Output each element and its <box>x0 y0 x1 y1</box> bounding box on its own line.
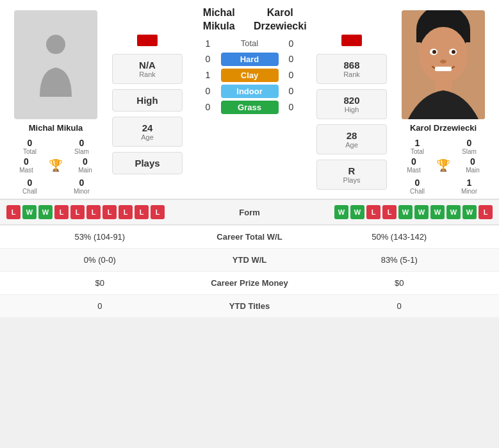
prize-p1: $0 <box>0 272 200 295</box>
grass-badge: Grass <box>221 101 279 114</box>
form-badge-p1: W <box>38 205 53 219</box>
form-badge-p1: L <box>6 205 20 219</box>
player2-total-val: 1 <box>415 138 420 148</box>
career-wl-row: 53% (104-91) Career Total W/L 50% (143-1… <box>0 226 499 249</box>
career-wl-p2: 50% (143-142) <box>299 226 499 249</box>
player2-bottom-stats: 0 Chall 1 Minor <box>394 178 493 195</box>
hard-p2: 0 <box>279 54 304 64</box>
prize-label: Career Prize Money <box>200 272 300 295</box>
form-badge-p2: W <box>350 205 364 219</box>
player2-trophy-row: 0 Mast 🏆 0 Main <box>394 156 493 174</box>
form-badge-p1: W <box>22 205 37 219</box>
form-row: LWWLLLLLLL Form WWLLWWWWWL <box>0 200 499 225</box>
form-badge-p1: L <box>102 205 117 219</box>
player1-slam-lbl: Slam <box>74 148 89 155</box>
player1-trophy-icon: 🏆 <box>49 158 63 172</box>
player2-age-lbl: Age <box>326 141 377 149</box>
player1-age-lbl: Age <box>122 133 173 141</box>
player1-chall-item: 0 Chall <box>6 178 53 195</box>
court-row-hard: 0 Hard 0 <box>188 53 311 66</box>
ytd-titles-label: YTD Titles <box>200 295 300 318</box>
player2-mast-lbl: Mast <box>407 167 421 174</box>
player1-section: Michal Mikula 0 Total 0 Slam 0 Mast 🏆 <box>0 0 109 199</box>
player1-total-val: 0 <box>28 138 33 148</box>
player1-rank-val: N/A <box>122 60 173 71</box>
svg-point-10 <box>440 60 446 63</box>
player1-rank-section: N/A Rank High 24 Age Plays <box>109 0 186 199</box>
player1-mast-lbl: Mast <box>19 167 33 174</box>
player2-total-item: 1 Total <box>394 138 441 155</box>
form-label: Form <box>239 208 260 217</box>
player1-main-item: 0 Main <box>65 156 105 174</box>
player2-chall-item: 0 Chall <box>394 178 441 195</box>
svg-rect-9 <box>435 67 452 71</box>
player1-form-badges: LWWLLLLLLL <box>6 205 165 219</box>
indoor-p2: 0 <box>279 86 304 96</box>
court-total-p2: 0 <box>279 38 304 49</box>
player2-mast-val: 0 <box>411 156 416 167</box>
player2-stats-grid: 1 Total 0 Slam <box>394 138 493 155</box>
form-badge-p2: W <box>398 205 413 219</box>
player1-trophy-row: 0 Mast 🏆 0 Main <box>6 156 105 174</box>
player2-rank-section: 868 Rank 820 High 28 Age R Plays <box>313 0 390 199</box>
player1-chall-val: 0 <box>28 178 33 188</box>
player2-minor-lbl: Minor <box>461 188 477 195</box>
player1-minor-val: 0 <box>79 178 85 188</box>
svg-point-8 <box>452 50 455 54</box>
clay-p2: 0 <box>279 70 304 80</box>
player1-chall-lbl: Chall <box>22 188 37 195</box>
player1-plays-val: Plays <box>122 158 173 169</box>
player2-main-val: 0 <box>470 156 475 167</box>
player2-high-val: 820 <box>326 95 377 106</box>
player1-main-val: 0 <box>83 156 88 167</box>
ytd-wl-p2: 83% (5-1) <box>299 249 499 272</box>
player2-chall-val: 0 <box>415 178 420 188</box>
player1-rank-box: N/A Rank <box>112 54 183 84</box>
player1-silhouette <box>33 33 78 97</box>
court-rows: 0 Hard 0 1 Clay 0 0 Indoor 0 0 Grass <box>188 53 311 114</box>
player1-main-lbl: Main <box>78 167 92 174</box>
court-total-p1: 1 <box>195 38 221 49</box>
player2-photo-svg <box>402 10 485 119</box>
court-row-clay: 1 Clay 0 <box>188 69 311 82</box>
player1-high-val: High <box>122 95 173 106</box>
player1-stats-grid: 0 Total 0 Slam <box>6 138 105 155</box>
player1-minor-lbl: Minor <box>74 188 90 195</box>
form-badge-p2: L <box>479 205 493 219</box>
svg-point-7 <box>432 50 436 54</box>
player2-main-lbl: Main <box>466 167 480 174</box>
center-section: Michal Mikula Karol Drzewiecki 1 Total 0… <box>186 0 313 199</box>
court-total-label: Total <box>221 38 279 48</box>
player2-mast-item: 0 Mast <box>394 156 434 174</box>
ytd-wl-p1: 0% (0-0) <box>0 249 200 272</box>
form-badge-p2: W <box>334 205 348 219</box>
ytd-titles-p2: 0 <box>299 295 499 318</box>
player1-photo <box>14 10 97 119</box>
player1-rank-lbl: Rank <box>122 71 173 78</box>
clay-p1: 1 <box>195 70 221 80</box>
player2-name: Karol Drzewiecki <box>410 123 477 133</box>
player2-photo <box>402 10 485 119</box>
player1-plays-box: Plays <box>112 152 183 174</box>
ytd-titles-p1: 0 <box>0 295 200 318</box>
player1-age-val: 24 <box>122 122 173 133</box>
ytd-wl-row: 0% (0-0) YTD W/L 83% (5-1) <box>0 249 499 272</box>
player1-bottom-stats: 0 Chall 0 Minor <box>6 178 105 195</box>
stats-table: 53% (104-91) Career Total W/L 50% (143-1… <box>0 225 499 317</box>
player2-slam-val: 0 <box>467 138 472 148</box>
svg-point-0 <box>46 35 65 54</box>
clay-badge: Clay <box>221 69 279 82</box>
player1-slam-item: 0 Slam <box>58 138 105 155</box>
player2-section: Karol Drzewiecki 1 Total 0 Slam 0 Mast 🏆 <box>390 0 499 199</box>
player1-total-lbl: Total <box>23 148 37 155</box>
form-badge-p1: L <box>119 205 133 219</box>
player2-flag <box>341 35 362 46</box>
player1-slam-val: 0 <box>79 138 85 148</box>
form-badge-p1: L <box>54 205 69 219</box>
player2-plays-box: R Plays <box>316 160 387 190</box>
hard-p1: 0 <box>195 54 221 64</box>
player1-minor-item: 0 Minor <box>58 178 105 195</box>
career-wl-label: Career Total W/L <box>200 226 300 249</box>
player2-plays-lbl: Plays <box>326 176 377 184</box>
bottom-section: LWWLLLLLLL Form WWLLWWWWWL 53% (104-91) … <box>0 199 499 317</box>
